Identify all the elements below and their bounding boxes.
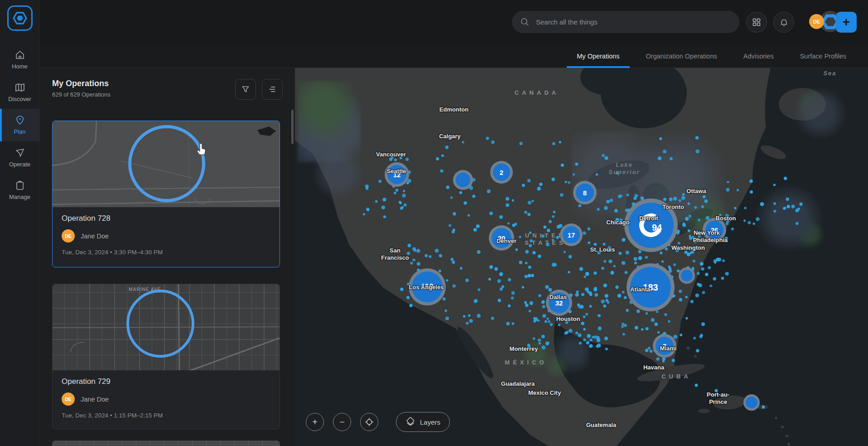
owner-avatar: DE (62, 229, 75, 242)
panel-header: My Operations 629 of 629 Operations (40, 68, 295, 110)
operation-card-body: Operation 729 DE Jane Doe Tue, Dec 3, 20… (53, 370, 280, 428)
locate-button[interactable] (360, 413, 378, 431)
panel-scrollbar[interactable] (291, 110, 294, 144)
layers-icon (405, 417, 415, 427)
operation-title: Operation 729 (62, 377, 270, 386)
app-window: Home Discover Plan Operate (0, 0, 868, 446)
cluster-marker-8[interactable]: 8 (573, 181, 597, 204)
operation-card-729[interactable]: MARINE AVE Operation 729 DE Jane Doe Tue… (52, 284, 280, 429)
home-icon (14, 49, 25, 60)
cluster-marker-110[interactable]: 110 (409, 268, 446, 305)
panel-title: My Operations (52, 79, 295, 88)
operation-card-body: Operation 728 DE Jane Doe Tue, Dec 3, 20… (53, 207, 280, 265)
list-icon (268, 85, 277, 94)
cluster-marker-2[interactable]: 2 (490, 161, 513, 184)
filter-button[interactable] (235, 79, 256, 100)
sidebar-item-discover[interactable]: Discover (0, 76, 39, 109)
operation-card-partial[interactable] (52, 441, 280, 446)
tab-surface-profiles[interactable]: Surface Profiles (790, 44, 856, 68)
avatar-initials: DE (809, 14, 824, 29)
owner-name: Jane Doe (81, 233, 109, 240)
cluster-marker-94[interactable]: 94 (624, 199, 678, 252)
water-label: Sea (823, 70, 836, 77)
city-label: Guatemala (586, 422, 616, 429)
cluster-count: 183 (643, 282, 658, 293)
sidebar-item-plan[interactable]: Plan (0, 109, 39, 141)
operation-map-thumbnail: MARINE AVE (53, 284, 280, 370)
city-label: Ottawa (686, 188, 706, 195)
sidebar-item-operate[interactable]: Operate (0, 141, 39, 174)
bell-icon (779, 18, 789, 27)
sidebar-item-home[interactable]: Home (0, 44, 39, 76)
city-label: Mexico City (528, 389, 561, 397)
operation-title: Operation 728 (62, 214, 270, 223)
operation-area-circle (128, 125, 205, 202)
cluster-count: 110 (421, 282, 433, 291)
cluster-marker-17[interactable]: 17 (560, 223, 583, 246)
country-label: CANADA (515, 89, 559, 97)
cluster-marker-32[interactable]: 32 (546, 290, 572, 316)
location-pin-icon (14, 115, 25, 126)
sidebar-item-manage[interactable]: Manage (0, 174, 39, 207)
cluster-count: 26 (711, 226, 719, 234)
cluster-count: 32 (555, 299, 563, 307)
water-label: Lake Superior (608, 161, 640, 175)
cluster-count: 17 (568, 231, 575, 239)
sidebar-item-label: Plan (14, 128, 25, 135)
city-label: Washington (671, 244, 705, 252)
operation-datetime: Tue, Dec 3, 2024 • 3:30 PM–4:30 PM (62, 249, 270, 256)
operation-card-728[interactable]: Operation 728 DE Jane Doe Tue, Dec 3, 20… (52, 121, 280, 267)
clipboard-icon (14, 180, 25, 191)
cluster-count: 94 (652, 223, 662, 233)
cluster-marker-30[interactable]: 30 (489, 225, 514, 251)
aloft-logo[interactable] (7, 5, 33, 31)
apps-grid-icon (752, 18, 761, 27)
cluster-marker[interactable] (453, 170, 473, 190)
city-label: St. Louis (590, 246, 615, 253)
create-new-button[interactable]: + (836, 12, 857, 33)
cluster-marker-12[interactable]: 12 (385, 162, 409, 187)
map-icon (14, 82, 25, 93)
tab-my-operations[interactable]: My Operations (567, 44, 629, 68)
cluster-marker[interactable] (743, 394, 760, 411)
topbar: DE + (40, 0, 868, 44)
global-search[interactable] (512, 11, 739, 33)
search-input[interactable] (535, 18, 731, 26)
operation-area-circle (126, 290, 194, 358)
cluster-count: 2 (500, 169, 503, 176)
zoom-in-button[interactable]: + (306, 413, 324, 431)
map-overlay-layer: 122830179426110321837CANADAUNITED STATES… (295, 68, 868, 446)
operations-tabbar: My Operations Organization Operations Ad… (40, 44, 868, 68)
city-label: Vancouver (376, 151, 406, 158)
cluster-count: 8 (583, 189, 587, 197)
owner-avatar: DE (62, 393, 75, 406)
city-label: Havana (643, 364, 664, 371)
owner-name: Jane Doe (81, 396, 109, 403)
city-label: Monterrey (510, 345, 538, 353)
tab-organization-operations[interactable]: Organization Operations (636, 44, 727, 68)
sidebar-item-label: Manage (9, 194, 30, 200)
zoom-out-button[interactable]: − (333, 413, 351, 431)
cluster-marker-183[interactable]: 183 (627, 263, 675, 311)
city-label: San Francisco (381, 247, 409, 261)
cluster-marker-7[interactable]: 7 (653, 334, 676, 358)
map-canvas[interactable]: 122830179426110321837CANADAUNITED STATES… (295, 68, 868, 446)
notifications-button[interactable] (773, 12, 794, 33)
list-view-button[interactable] (262, 79, 283, 100)
city-label: Houston (556, 315, 580, 323)
cluster-marker-26[interactable]: 26 (703, 218, 726, 242)
cluster-count: 7 (663, 342, 666, 350)
operations-panel: My Operations 629 of 629 Operations (40, 68, 295, 446)
city-label: Port-au- Prince (707, 391, 729, 405)
operation-map-thumbnail (53, 121, 280, 207)
sidebar-item-label: Home (12, 63, 28, 70)
locate-icon (364, 417, 374, 427)
country-label: CUBA (661, 373, 691, 380)
layers-button[interactable]: Layers (396, 412, 450, 432)
funnel-icon (241, 85, 250, 94)
cluster-marker[interactable] (679, 267, 695, 284)
tab-advisories[interactable]: Advisories (733, 44, 784, 68)
apps-grid-button[interactable] (746, 12, 767, 33)
cluster-count: 12 (393, 171, 401, 179)
city-label: Edmonton (439, 106, 468, 113)
